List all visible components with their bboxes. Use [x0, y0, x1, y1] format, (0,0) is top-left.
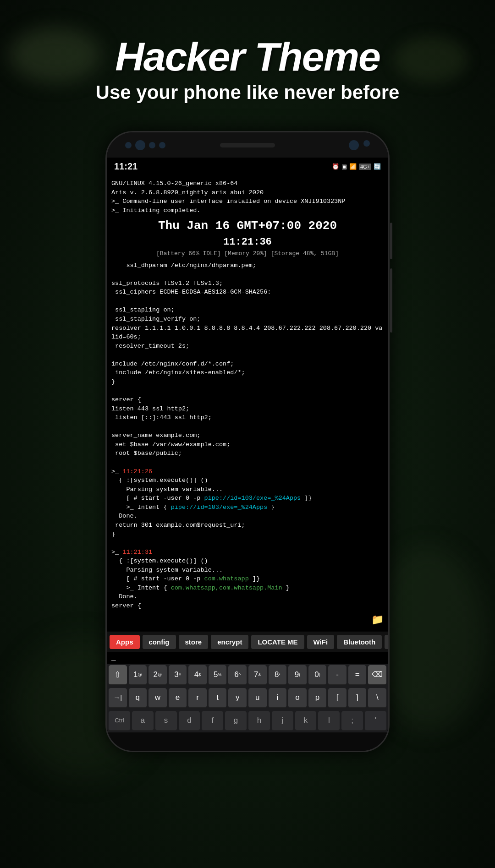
kb-row-numbers: ⇧ 1@ 2@ 3# 4$ 5% 6^ 7& 8* 9( 0) - = ⌫ [107, 664, 388, 687]
kb-semi[interactable]: ; [341, 711, 363, 731]
speaker-grill [220, 143, 275, 147]
blank2 [111, 297, 384, 306]
phone-screen: 11:21 ⏰ ▣ 📶 4G+ 🔄 GNU/LINUX 4.15.0-26_ge… [107, 158, 388, 732]
kb-i[interactable]: i [269, 688, 287, 708]
tab-wifi[interactable]: WiFi [307, 635, 335, 649]
network-icon: 4G+ [359, 164, 371, 170]
blank5 [111, 422, 384, 431]
folder-icon[interactable]: 📁 [371, 613, 384, 628]
kb-equals[interactable]: = [348, 665, 367, 685]
listen-443: listen 443 ssl http2; [111, 404, 384, 414]
kb-6[interactable]: 6^ [228, 665, 247, 685]
refresh-icon: 🔄 [374, 163, 381, 170]
kb-k[interactable]: k [295, 711, 317, 731]
kb-minus[interactable]: - [328, 665, 346, 685]
status-time: 11:21 [114, 161, 138, 172]
kb-y[interactable]: y [228, 688, 247, 708]
kb-7[interactable]: 7& [248, 665, 267, 685]
blank4 [111, 387, 384, 396]
kb-t[interactable]: t [209, 688, 227, 708]
kb-3[interactable]: 3# [169, 665, 187, 685]
server-name: server_name example.com; [111, 431, 384, 440]
ssl-protocols: ssl_protocols TLSv1.2 TLSv1.3; [111, 279, 384, 288]
side-button-power[interactable] [390, 223, 392, 259]
terminal-line-aris: Aris v. 2.6.8.8920_nightly aris abui 202… [111, 188, 384, 197]
kb-q[interactable]: q [129, 688, 147, 708]
phone-container: 11:21 ⏰ ▣ 📶 4G+ 🔄 GNU/LINUX 4.15.0-26_ge… [105, 131, 390, 752]
kb-backslash[interactable]: \ [368, 688, 386, 708]
terminal-line-init: >_ Initiating completed. [111, 206, 384, 215]
kb-row-qwerty: →| q w e r t y u i o p [ ] \ [107, 687, 388, 710]
kb-l[interactable]: l [318, 711, 340, 731]
session1-done: Done. [111, 512, 384, 521]
resolver: resolver 1.1.1.1 1.0.0.1 8.8.8.8 8.8.4.4… [111, 324, 384, 342]
blank3 [111, 350, 384, 360]
tab-locate[interactable]: LOCATE ME [251, 635, 304, 649]
dot-camera [135, 140, 145, 150]
datetime-block: Thu Jan 16 GMT+07:00 2020 11:21:36 [Batt… [111, 218, 384, 258]
camera-right [349, 140, 370, 150]
terminal-content[interactable]: GNU/LINUX 4.15.0-26_generic x86-64 Aris … [107, 175, 388, 632]
camera-sensor [363, 140, 370, 147]
keyboard-area: ⇧ 1@ 2@ 3# 4$ 5% 6^ 7& 8* 9( 0) - = ⌫ [107, 664, 388, 732]
ssl-stapling-verify: ssl_stapling_verify on; [111, 315, 384, 324]
tab-apps[interactable]: Apps [110, 635, 140, 649]
camera-main [349, 140, 359, 150]
kb-2[interactable]: 2@ [148, 665, 167, 685]
session1-parsing: Parsing system variable... [111, 485, 384, 494]
tab-store[interactable]: store [179, 635, 209, 649]
dot-4 [159, 142, 165, 148]
kb-ctrl[interactable]: Ctrl [109, 711, 130, 731]
kb-5[interactable]: 5% [209, 665, 227, 685]
session1-close: } [111, 530, 384, 539]
kb-u[interactable]: u [248, 688, 267, 708]
camera-dots [125, 140, 165, 150]
set-base: set $base /var/www/example.com; [111, 440, 384, 449]
kb-row-partial: Ctrl a s d f g h j k l ; ' [107, 710, 388, 732]
kb-s[interactable]: s [155, 711, 177, 731]
root: root $base/public; [111, 449, 384, 458]
kb-1[interactable]: 1@ [129, 665, 147, 685]
tab-bluetooth[interactable]: Bluetooth [337, 635, 382, 649]
kb-e[interactable]: e [169, 688, 187, 708]
kb-delete[interactable]: ⌫ [368, 665, 386, 685]
kb-r[interactable]: r [188, 688, 207, 708]
cursor-line: _ [107, 652, 388, 664]
session1-prompt: >_ 11:21:26 [111, 467, 384, 476]
kb-0[interactable]: 0) [308, 665, 327, 685]
kb-rbracket[interactable]: ] [348, 688, 367, 708]
datetime-time: 11:21:36 [111, 235, 384, 250]
kb-shift-key[interactable]: ⇧ [109, 665, 127, 685]
session2-exec: { :[system.execute()] () [111, 557, 384, 566]
tab-tora[interactable]: tora [385, 635, 388, 649]
kb-quote[interactable]: ' [365, 711, 386, 731]
vibrate-icon: ▣ [341, 163, 347, 170]
resolver-timeout: resolver_timeout 2s; [111, 342, 384, 351]
blank6 [111, 458, 384, 467]
side-button-volume[interactable] [390, 268, 392, 333]
kb-d[interactable]: d [179, 711, 200, 731]
tab-encrypt[interactable]: encrypt [211, 635, 248, 649]
close-brace1: } [111, 377, 384, 387]
kb-tab[interactable]: →| [109, 688, 127, 708]
cursor: _ [111, 654, 116, 662]
tab-config[interactable]: config [143, 635, 176, 649]
session1-intent: >_ Intent { pipe://id=103/exe=_%24Apps } [111, 503, 384, 512]
kb-o[interactable]: o [288, 688, 307, 708]
kb-p[interactable]: p [308, 688, 327, 708]
kb-g[interactable]: g [225, 711, 247, 731]
server-open: server { [111, 395, 384, 404]
kb-h[interactable]: h [248, 711, 270, 731]
kb-w[interactable]: w [148, 688, 167, 708]
ssl-ciphers: ssl_ciphers ECDHE-ECDSA-AES128-GCM-SHA25… [111, 288, 384, 297]
kb-j[interactable]: j [272, 711, 293, 731]
dot-1 [125, 142, 132, 148]
kb-9[interactable]: 9( [288, 665, 307, 685]
kb-lbracket[interactable]: [ [328, 688, 346, 708]
terminal-line-cmd: >_ Command-line user interface installed… [111, 197, 384, 206]
kb-8[interactable]: 8* [269, 665, 287, 685]
kb-f[interactable]: f [202, 711, 223, 731]
dot-3 [149, 142, 155, 148]
kb-4[interactable]: 4$ [188, 665, 207, 685]
kb-a[interactable]: a [132, 711, 154, 731]
